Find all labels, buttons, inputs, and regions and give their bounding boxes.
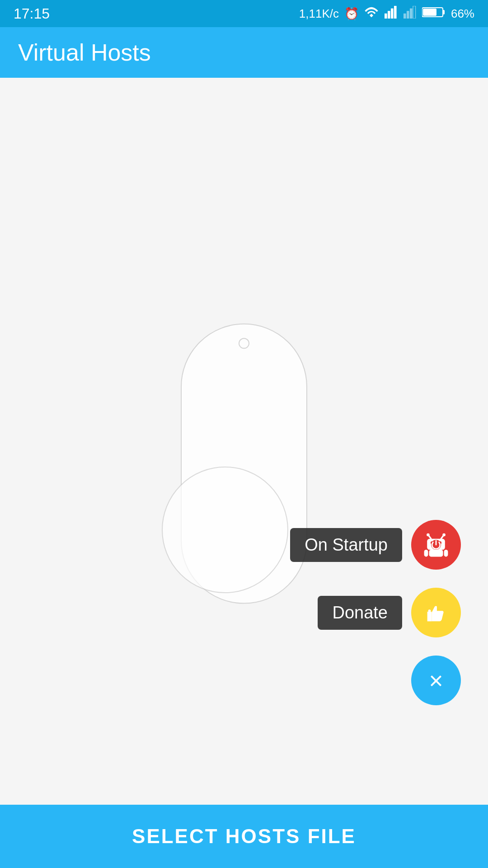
select-hosts-button[interactable]: SELECT HOSTS FILE <box>0 805 488 868</box>
fab-menu: On Startup <box>290 520 461 705</box>
on-startup-label: On Startup <box>290 528 402 562</box>
main-content: On Startup <box>0 78 488 805</box>
svg-rect-3 <box>394 6 397 19</box>
svg-point-17 <box>442 533 446 537</box>
donate-button[interactable] <box>411 588 461 637</box>
app-title: Virtual Hosts <box>18 39 151 66</box>
on-startup-button[interactable] <box>411 520 461 570</box>
alarm-icon: ⏰ <box>344 7 359 21</box>
svg-rect-18 <box>429 550 443 557</box>
svg-rect-6 <box>410 8 413 18</box>
svg-rect-19 <box>424 550 428 557</box>
battery-percent: 66% <box>451 7 474 21</box>
svg-point-22 <box>428 609 431 612</box>
pill-dot <box>239 338 249 349</box>
network-speed: 1,11K/c <box>299 7 339 21</box>
svg-rect-9 <box>443 10 445 14</box>
svg-rect-20 <box>444 550 448 557</box>
status-icons: 1,11K/c ⏰ <box>299 6 474 22</box>
svg-rect-4 <box>404 13 406 18</box>
fab-donate-item: Donate <box>318 588 461 637</box>
svg-rect-1 <box>388 11 390 19</box>
status-time: 17:15 <box>14 5 50 22</box>
fab-startup-item: On Startup <box>290 520 461 570</box>
status-bar: 17:15 1,11K/c ⏰ <box>0 0 488 27</box>
thumbs-up-icon <box>423 599 449 626</box>
close-icon: × <box>429 668 443 693</box>
battery-icon <box>422 6 446 22</box>
svg-rect-2 <box>391 8 394 18</box>
wifi-icon <box>364 6 379 22</box>
svg-point-16 <box>427 533 430 537</box>
android-power-icon <box>421 530 451 560</box>
svg-rect-7 <box>413 6 416 19</box>
signal-icon <box>384 6 398 22</box>
fab-main-close-button[interactable]: × <box>411 656 461 705</box>
fab-close-item: × <box>411 656 461 705</box>
circle-bottom <box>162 467 288 593</box>
app-bar: Virtual Hosts <box>0 27 488 78</box>
donate-label: Donate <box>318 596 402 630</box>
svg-rect-5 <box>407 11 409 19</box>
svg-rect-0 <box>385 13 387 18</box>
svg-rect-10 <box>423 9 436 16</box>
signal2-icon <box>403 6 417 22</box>
